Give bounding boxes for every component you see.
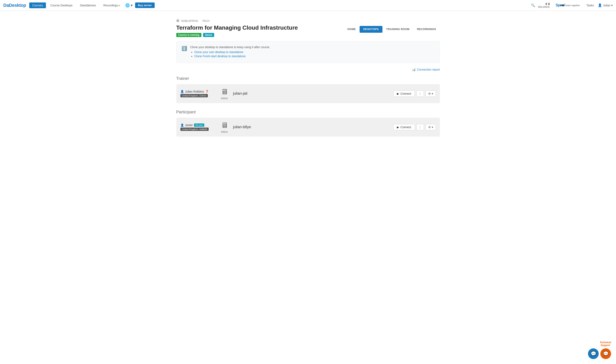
page-header: Terraform for Managing Cloud Infrastruct… — [176, 24, 440, 37]
trainer-name-row: 👤 Julian Robbins ❓ — [180, 90, 218, 93]
info-link-2-item: Clone Fresh-start desktop to standalone — [194, 54, 270, 58]
buy-server-button[interactable]: Buy server — [135, 2, 155, 8]
participant-desktop-row: 👤 Joolsr It's you United Kingdom, Hatfie… — [176, 118, 440, 137]
participant-gear-arrow: ▾ — [432, 126, 433, 129]
connect-label: Connect — [400, 92, 411, 95]
info-icon: ℹ️ — [181, 46, 187, 51]
user-name: Julian — [603, 4, 610, 7]
participant-section-title: Participant — [176, 110, 440, 114]
gear-icon: ⚙ — [428, 92, 431, 95]
spool-logo: Spl learn together — [556, 3, 580, 7]
search-icon[interactable]: 🔍 — [529, 2, 537, 9]
participant-user-info: 👤 Joolsr It's you United Kingdom, Hatfie… — [180, 123, 218, 131]
brand-name: DaDesktop — [3, 3, 26, 8]
info-link-1-item: Clone your own desktop to standalone — [194, 51, 270, 54]
trainer-desktop-name: julian-jali — [233, 91, 390, 96]
trainer-location: United Kingdom, Oxford — [180, 94, 208, 97]
info-content: Clone your desktop to standalone to keep… — [190, 45, 270, 59]
clone-own-link[interactable]: Clone your own desktop to standalone — [194, 51, 244, 54]
trainer-user-icon: 👤 — [180, 90, 184, 93]
spool-brand: Spl — [556, 3, 565, 7]
trainer-help-icon[interactable]: ❓ — [205, 90, 209, 93]
participant-monitor-icon: 🖥 — [221, 121, 228, 130]
participant-name-row: 👤 Joolsr It's you — [180, 123, 218, 127]
participant-gear-icon: ⚙ — [428, 126, 431, 129]
nav-tasks[interactable]: Tasks — [587, 4, 594, 7]
user-menu[interactable]: 👤 Julian ▾ — [598, 3, 613, 7]
participant-play-icon: ▶ — [397, 126, 399, 129]
building-icon: 🏛 — [176, 19, 179, 23]
participant-desktop-id: bd6uk — [221, 130, 228, 133]
participant-section: Participant 👤 Joolsr It's you United Kin… — [176, 110, 440, 137]
nav-desktops[interactable]: DESKTOPS — [360, 26, 383, 33]
participant-desktop-name: julian-b8ye — [233, 125, 390, 129]
balance-label: BALANCE — [538, 6, 550, 8]
breadcrumb-separator — [200, 19, 201, 22]
you-badge: It's you — [194, 123, 205, 127]
breadcrumb-org: NOBLEPROG — [181, 19, 198, 22]
trainer-more-button[interactable]: ⋮ — [416, 91, 424, 97]
nav-home[interactable]: HOME — [344, 26, 360, 33]
connection-report-link[interactable]: 📊 Connection report — [412, 68, 440, 71]
page-nav: HOME DESKTOPS TRAINING ROOM RECORDINGS — [344, 26, 440, 33]
trainer-name: Julian Robbins — [185, 90, 204, 93]
trainer-section: Trainer 👤 Julian Robbins ❓ United Kingdo… — [176, 76, 440, 103]
nav-recordings[interactable]: RECORDINGS — [413, 26, 440, 33]
info-box: ℹ️ Clone your desktop to standalone to k… — [176, 41, 440, 63]
play-icon: ▶ — [397, 92, 399, 95]
breadcrumb-category: TECH — [202, 19, 209, 22]
trainer-gear-button[interactable]: ⚙ ▾ — [425, 91, 436, 97]
connection-report-icon: 📊 — [412, 68, 416, 71]
nav-standalones[interactable]: Standalones — [77, 2, 99, 8]
globe-icon[interactable]: 🌐 ▾ — [125, 3, 133, 8]
nav-training-room[interactable]: TRAINING ROOM — [383, 26, 413, 33]
main-content: 🏛 NOBLEPROG TECH Terraform for Managing … — [172, 11, 444, 151]
nav-course-desktops[interactable]: Course Desktops — [48, 2, 75, 8]
info-text: Clone your desktop to standalone to keep… — [190, 45, 270, 49]
user-icon: 👤 — [598, 3, 602, 7]
nav-recordings[interactable]: Recordings — [100, 2, 123, 8]
participant-desktop-actions: ▶ Connect ⋮ ⚙ ▾ — [393, 124, 436, 130]
connection-report-label: Connection report — [417, 68, 440, 71]
participant-location: United Kingdom, Hatfield — [180, 128, 209, 131]
trainer-user-info: 👤 Julian Robbins ❓ United Kingdom, Oxfor… — [180, 90, 218, 97]
trainer-connect-button[interactable]: ▶ Connect — [393, 91, 415, 97]
navbar: DaDesktop Courses Course Desktops Standa… — [0, 0, 616, 11]
page-title-section: Terraform for Managing Cloud Infrastruct… — [176, 24, 344, 37]
balance-display: € 0 BALANCE — [538, 2, 550, 8]
info-links: Clone your own desktop to standalone Clo… — [190, 51, 270, 58]
participant-gear-button[interactable]: ⚙ ▾ — [425, 124, 436, 130]
participant-connect-label: Connect — [400, 126, 411, 129]
trainer-gear-arrow: ▾ — [432, 92, 433, 95]
page-title: Terraform for Managing Cloud Infrastruct… — [176, 24, 344, 31]
trainer-desktop-id: bd6uk — [221, 97, 228, 100]
clone-fresh-link[interactable]: Clone Fresh-start desktop to standalone — [194, 54, 246, 58]
trainer-desktop-icon-wrapper: 🖥 bd6uk — [221, 88, 228, 100]
participant-connect-button[interactable]: ▶ Connect — [393, 124, 415, 130]
connection-report-row: 📊 Connection report — [176, 68, 440, 71]
nav-courses[interactable]: Courses — [29, 2, 46, 8]
spool-tagline: learn together — [566, 4, 580, 7]
trainer-desktop-actions: ▶ Connect ⋮ ⚙ ▾ — [393, 91, 436, 97]
user-chevron-icon: ▾ — [611, 4, 613, 7]
participant-name: Joolsr — [185, 123, 193, 127]
badge-row: Course is running Demo — [176, 33, 344, 37]
trainer-desktop-row: 👤 Julian Robbins ❓ United Kingdom, Oxfor… — [176, 84, 440, 103]
breadcrumb: 🏛 NOBLEPROG TECH — [176, 19, 440, 23]
trainer-section-title: Trainer — [176, 76, 440, 81]
running-badge: Course is running — [176, 33, 202, 37]
participant-user-icon: 👤 — [180, 123, 184, 127]
trainer-monitor-icon: 🖥 — [221, 88, 228, 96]
participant-desktop-icon-wrapper: 🖥 bd6uk — [221, 121, 228, 133]
participant-more-button[interactable]: ⋮ — [416, 124, 424, 130]
demo-badge: Demo — [203, 33, 214, 37]
balance-amount: € 0 — [538, 2, 550, 6]
brand-logo[interactable]: DaDesktop — [3, 3, 26, 8]
